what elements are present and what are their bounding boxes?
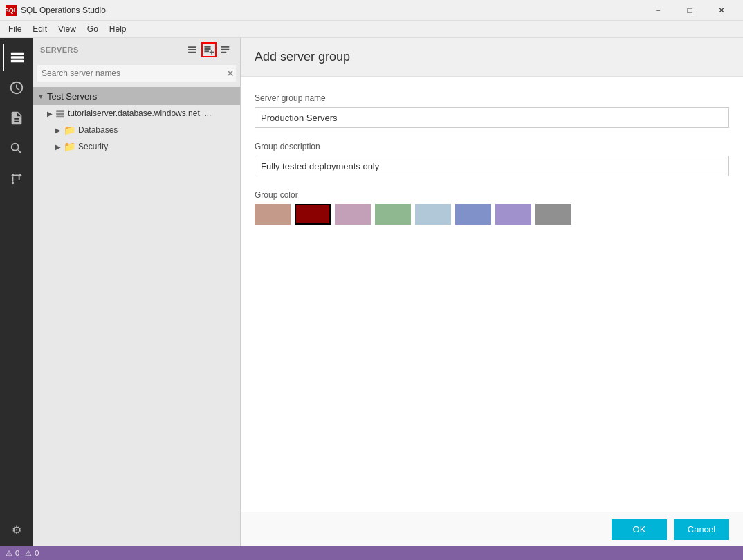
minimize-button[interactable]: − bbox=[642, 0, 674, 21]
tree-arrow-icon: ▼ bbox=[37, 93, 44, 100]
color-swatches bbox=[255, 204, 729, 225]
menu-view[interactable]: View bbox=[53, 22, 82, 36]
tree-server-arrow-icon: ▶ bbox=[47, 110, 53, 118]
status-warning-1: ⚠ 0 bbox=[6, 549, 19, 558]
color-swatch-6[interactable] bbox=[495, 204, 531, 225]
svg-rect-8 bbox=[188, 49, 196, 50]
tree-child-databases[interactable]: ▶ 📁 Databases bbox=[33, 122, 240, 138]
search-input[interactable] bbox=[37, 65, 236, 82]
svg-rect-9 bbox=[188, 52, 196, 53]
menu-file[interactable]: File bbox=[3, 22, 27, 36]
tree-group-label: Test Servers bbox=[47, 91, 97, 102]
sidebar-item-explorer[interactable] bbox=[3, 104, 30, 132]
tree-container: ▼ Test Servers ▶ tutorialserver.database… bbox=[33, 84, 240, 546]
group-description-input[interactable] bbox=[255, 156, 729, 176]
svg-rect-2 bbox=[11, 60, 24, 63]
main-layout: ⚙ SERVERS bbox=[0, 38, 743, 546]
svg-rect-19 bbox=[56, 113, 64, 115]
restore-button[interactable]: □ bbox=[674, 0, 706, 21]
warning-count-1: 0 bbox=[15, 549, 19, 557]
sidebar-search: ✕ bbox=[37, 65, 236, 82]
sidebar-item-history[interactable] bbox=[3, 74, 30, 102]
collapse-all-button[interactable] bbox=[218, 42, 233, 57]
dialog-footer: OK Cancel bbox=[241, 512, 743, 546]
warning-icon-2: ⚠ bbox=[25, 549, 32, 558]
server-name: tutorialserver.database.windows.net, ... bbox=[68, 109, 211, 118]
databases-folder-icon: 📁 bbox=[64, 124, 75, 136]
svg-rect-15 bbox=[221, 46, 229, 48]
svg-point-3 bbox=[12, 182, 15, 185]
status-warning-2: ⚠ 0 bbox=[25, 549, 39, 558]
sidebar: SERVERS bbox=[33, 38, 241, 546]
svg-rect-7 bbox=[188, 46, 196, 48]
sidebar-item-git[interactable] bbox=[3, 165, 30, 193]
svg-rect-11 bbox=[204, 48, 210, 50]
group-color-label: Group color bbox=[255, 190, 729, 200]
window-controls: − □ ✕ bbox=[642, 0, 737, 21]
title-bar: SQL SQL Operations Studio − □ ✕ bbox=[0, 0, 743, 21]
server-group-name-input[interactable] bbox=[255, 107, 729, 128]
svg-rect-1 bbox=[11, 56, 24, 59]
dialog-header: Add server group bbox=[241, 38, 743, 77]
server-icon bbox=[55, 109, 65, 118]
security-label: Security bbox=[78, 142, 108, 151]
sidebar-item-search[interactable] bbox=[3, 135, 30, 162]
tree-server-item[interactable]: ▶ tutorialserver.database.windows.net, .… bbox=[33, 105, 240, 122]
sidebar-title: SERVERS bbox=[40, 46, 79, 54]
warning-icon-1: ⚠ bbox=[6, 549, 12, 558]
svg-rect-20 bbox=[56, 116, 64, 118]
search-clear-icon[interactable]: ✕ bbox=[226, 68, 235, 79]
dialog-body: Server group name Group description Grou… bbox=[241, 77, 743, 512]
add-server-group-button[interactable] bbox=[201, 42, 217, 57]
security-folder-icon: 📁 bbox=[64, 141, 75, 152]
svg-rect-10 bbox=[204, 46, 210, 48]
sidebar-header: SERVERS bbox=[33, 38, 240, 62]
group-description-group: Group description bbox=[255, 142, 729, 176]
group-color-group: Group color bbox=[255, 190, 729, 225]
security-arrow-icon: ▶ bbox=[55, 143, 61, 151]
sidebar-item-servers[interactable] bbox=[3, 44, 30, 71]
activity-bar: ⚙ bbox=[0, 38, 33, 546]
color-swatch-1[interactable] bbox=[295, 204, 331, 225]
settings-icon[interactable]: ⚙ bbox=[3, 516, 30, 543]
svg-rect-18 bbox=[56, 110, 64, 112]
color-swatch-7[interactable] bbox=[535, 204, 571, 225]
svg-rect-17 bbox=[221, 52, 226, 53]
server-group-name-label: Server group name bbox=[255, 93, 729, 103]
menu-edit[interactable]: Edit bbox=[27, 22, 53, 36]
color-swatch-2[interactable] bbox=[335, 204, 371, 225]
menu-help[interactable]: Help bbox=[104, 22, 132, 36]
color-swatch-3[interactable] bbox=[375, 204, 411, 225]
databases-label: Databases bbox=[78, 125, 118, 135]
app-title: SQL Operations Studio bbox=[21, 6, 642, 15]
color-swatch-4[interactable] bbox=[415, 204, 451, 225]
tree-child-security[interactable]: ▶ 📁 Security bbox=[33, 138, 240, 155]
sidebar-actions bbox=[185, 42, 233, 57]
color-swatch-0[interactable] bbox=[255, 204, 291, 225]
dialog-title: Add server group bbox=[255, 50, 350, 64]
databases-arrow-icon: ▶ bbox=[55, 127, 61, 134]
svg-rect-0 bbox=[11, 53, 24, 55]
ok-button[interactable]: OK bbox=[612, 519, 667, 540]
cancel-button[interactable]: Cancel bbox=[674, 519, 729, 540]
status-bar: ⚠ 0 ⚠ 0 bbox=[0, 546, 743, 560]
svg-rect-16 bbox=[221, 49, 229, 50]
menu-bar: File Edit View Go Help bbox=[0, 21, 743, 38]
tree-group-test-servers[interactable]: ▼ Test Servers bbox=[33, 87, 240, 105]
server-group-name-group: Server group name bbox=[255, 93, 729, 128]
svg-rect-12 bbox=[204, 50, 209, 52]
color-swatch-5[interactable] bbox=[455, 204, 491, 225]
close-button[interactable]: ✕ bbox=[706, 0, 737, 21]
group-description-label: Group description bbox=[255, 142, 729, 151]
menu-go[interactable]: Go bbox=[82, 22, 104, 36]
add-server-group-dialog: Add server group Server group name Group… bbox=[241, 38, 743, 546]
app-icon: SQL bbox=[6, 5, 17, 16]
warning-count-2: 0 bbox=[35, 549, 39, 557]
new-connection-button[interactable] bbox=[185, 42, 200, 57]
